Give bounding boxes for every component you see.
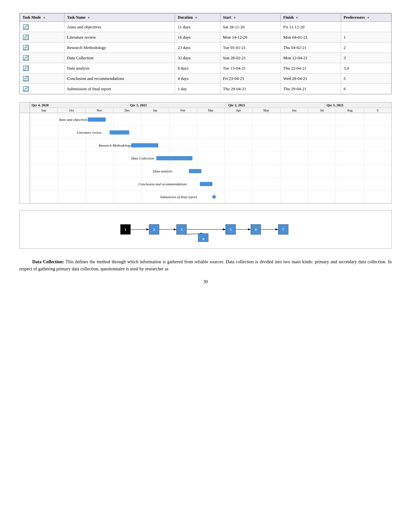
task-name-cell: Submission of final report [64,84,175,94]
gantt-grid-line [252,113,252,203]
table-body: 🔄Aims and objectives11 daysSat 28-11-20F… [20,22,391,94]
sort-arrow-predecessors[interactable]: ▼ [367,16,370,19]
gantt-bar [200,182,212,186]
finish-cell: Wed 28-04-21 [280,73,341,84]
finish-header-label: Finish [283,15,294,20]
task-mode-icon: 🔄 [23,24,29,30]
start-cell: Mon 14-12-20 [220,32,280,43]
task-mode-icon: 🔄 [23,55,29,61]
table-row: 🔄Aims and objectives11 daysSat 28-11-20F… [20,22,391,32]
gantt-grid-line [364,113,364,203]
gantt-body: Aims and objectivesLiterature reviewRese… [20,113,391,203]
month-oct: Oct [58,108,85,113]
gantt-left-margin [20,113,30,203]
network-diagram-wrapper: 1234567 [19,210,392,249]
gantt-chart-wrapper: Qtr 4, 2020 Qtr 1, 2021 Qtr 2, 2021 Qtr … [19,102,392,204]
quarter-2: Qtr 1, 2021 [128,102,227,108]
network-node-label: 2 [153,227,155,231]
table-row: 🔄Data analysis8 daysTue 13-04-21Thu 22-0… [20,63,391,73]
table-header-row: Task Mode ▼ Task Name ▼ Duration ▼ Start… [20,14,391,22]
task-name-cell: Conclusion and recommendations [64,73,175,84]
gantt-table: Task Mode ▼ Task Name ▼ Duration ▼ Start… [20,13,391,94]
task-mode-cell: 🔄 [20,22,64,32]
sort-arrow-task-mode[interactable]: ▼ [43,16,46,19]
gantt-grid-line [224,113,225,203]
start-cell: Tue 13-04-21 [220,63,280,73]
month-may: May [253,108,280,113]
month-mar: Mar [197,108,225,113]
task-name-cell: Research Methodology [64,43,175,53]
sort-arrow-duration[interactable]: ▼ [195,16,198,19]
sort-arrow-start[interactable]: ▼ [233,16,236,19]
gantt-row: Data Collection [30,152,391,165]
task-mode-icon: 🔄 [23,75,29,82]
gantt-bar [88,117,106,121]
network-node-label: 4 [202,237,204,241]
predecessors-cell: 3 [341,53,391,63]
gantt-chart-area: Aims and objectivesLiterature reviewRese… [30,113,391,203]
task-name-cell: Data analysis [64,63,175,73]
task-mode-cell: 🔄 [20,63,64,73]
gantt-row: Submission of final report [30,190,391,203]
month-aug: Aug [336,108,364,113]
quarter-4: Qtr 3, 2021 [325,102,391,108]
start-cell: Sun 28-02-21 [220,53,280,63]
col-header-predecessors[interactable]: Predecessors ▼ [341,14,391,22]
paragraph-1: Data Collection: This defines the method… [19,258,392,273]
month-s: S [364,108,391,113]
gantt-task-label: Data Collection [131,156,154,160]
start-cell: Thu 29-04-21 [220,84,280,94]
col-header-finish[interactable]: Finish ▼ [280,14,341,22]
duration-cell: 23 days [175,43,220,53]
network-node-label: 1 [124,227,126,231]
gantt-bar [189,169,201,173]
duration-cell: 16 days [175,32,220,43]
table-row: 🔄Literature review16 daysMon 14-12-20Mon… [20,32,391,43]
quarters-row: Qtr 4, 2020 Qtr 1, 2021 Qtr 2, 2021 Qtr … [30,102,391,108]
start-header-label: Start [223,15,231,20]
quarter-3: Qtr 2, 2021 [227,102,325,108]
col-header-duration[interactable]: Duration ▼ [175,14,220,22]
predecessors-cell: 2 [341,43,391,53]
month-jan: Jan [141,108,169,113]
start-cell: Fri 23-04-21 [220,73,280,84]
gantt-grid-line [336,113,336,203]
gantt-table-section: Task Mode ▼ Task Name ▼ Duration ▼ Start… [19,13,392,94]
gantt-task-label: Conclusion and recommendations [138,182,187,186]
task-mode-header-label: Task Mode [23,15,41,20]
gantt-grid-line [197,113,197,203]
gantt-bar [131,143,158,147]
task-name-cell: Literature review [64,32,175,43]
gantt-grid-line [58,113,58,203]
gantt-grid-line [86,113,86,203]
predecessors-cell: 5 [341,73,391,84]
sort-arrow-finish[interactable]: ▼ [296,16,298,19]
task-name-header-label: Task Name [67,15,85,20]
task-mode-icon: 🔄 [23,65,29,71]
month-jun: Jun [280,108,308,113]
duration-cell: 11 days [175,22,220,32]
table-row: 🔄Research Methodology23 daysTue 05-01-21… [20,43,391,53]
month-jul: Jul [308,108,336,113]
month-dec: Dec [113,108,141,113]
predecessors-header-label: Predecessors [344,15,365,20]
gantt-task-label: Data analysis [153,169,172,173]
col-header-start[interactable]: Start ▼ [220,14,280,22]
task-mode-cell: 🔄 [20,53,64,63]
gantt-row: Data analysis [30,165,391,178]
finish-cell: Thu 29-04-21 [280,84,341,94]
gantt-row: Literature review [30,126,391,139]
gantt-task-label: Submission of final report [160,195,197,199]
text-section: Data Collection: This defines the method… [19,258,392,273]
month-feb: Feb [169,108,197,113]
col-header-task-mode[interactable]: Task Mode ▼ [20,14,64,22]
duration-cell: 32 days [175,53,220,63]
duration-header-label: Duration [178,15,193,20]
task-mode-icon: 🔄 [23,86,29,92]
sort-arrow-task-name[interactable]: ▼ [87,16,90,19]
predecessors-cell [341,22,391,32]
gantt-task-label: Aims and objectives [59,118,87,121]
task-name-cell: Aims and objectives [64,22,175,32]
gantt-grid-line [280,113,280,203]
col-header-task-name[interactable]: Task Name ▼ [64,14,175,22]
